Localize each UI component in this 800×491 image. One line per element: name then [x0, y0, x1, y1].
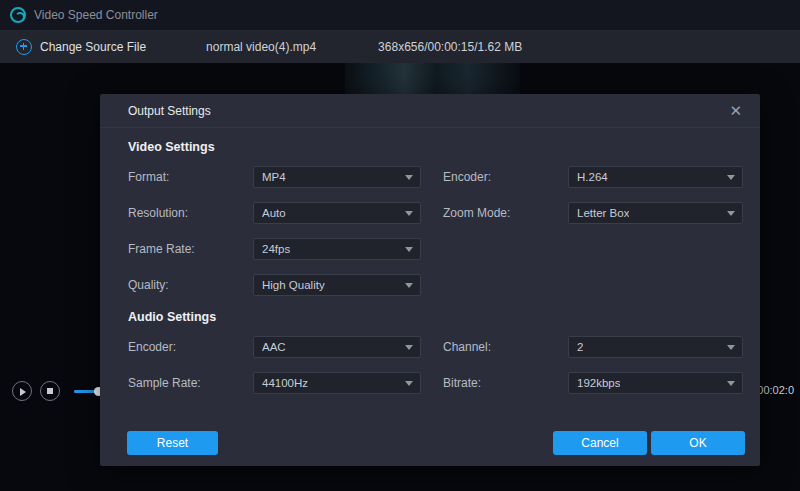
channel-select[interactable]: 2	[568, 336, 743, 358]
chevron-down-icon	[405, 283, 413, 288]
row-resolution-zoom: Resolution: Auto Zoom Mode: Letter Box	[128, 202, 745, 224]
dialog-footer: Reset Cancel OK	[100, 431, 760, 455]
chevron-down-icon	[727, 345, 735, 350]
dialog-header: Output Settings ✕	[100, 94, 760, 128]
add-source-icon[interactable]	[16, 39, 32, 55]
row-format-encoder: Format: MP4 Encoder: H.264	[128, 166, 745, 188]
quality-label: Quality:	[128, 278, 253, 292]
chevron-down-icon	[405, 175, 413, 180]
chevron-down-icon	[405, 211, 413, 216]
dialog-title: Output Settings	[128, 104, 211, 118]
video-settings-heading: Video Settings	[128, 140, 745, 156]
chevron-down-icon	[727, 175, 735, 180]
source-filename: normal video(4).mp4	[206, 40, 316, 54]
bitrate-label: Bitrate:	[443, 376, 568, 390]
quality-select[interactable]: High Quality	[253, 274, 421, 296]
bitrate-select[interactable]: 192kbps	[568, 372, 743, 394]
cancel-button[interactable]: Cancel	[553, 431, 647, 455]
channel-label: Channel:	[443, 340, 568, 354]
app-logo-icon	[10, 7, 26, 23]
frame-rate-label: Frame Rate:	[128, 242, 253, 256]
encoder-label: Encoder:	[443, 170, 568, 184]
dialog-body: Video Settings Format: MP4 Encoder: H.26…	[100, 128, 760, 394]
player-time: 00:02:0	[757, 384, 794, 396]
stop-button[interactable]	[40, 381, 60, 401]
close-icon[interactable]: ✕	[725, 101, 746, 120]
sample-rate-select[interactable]: 44100Hz	[253, 372, 421, 394]
chevron-down-icon	[727, 211, 735, 216]
change-source-button[interactable]: Change Source File	[40, 40, 146, 54]
titlebar: Video Speed Controller	[0, 0, 800, 30]
chevron-down-icon	[727, 381, 735, 386]
ok-button[interactable]: OK	[651, 431, 745, 455]
audio-settings-heading: Audio Settings	[128, 310, 745, 326]
play-button[interactable]	[12, 381, 32, 401]
resolution-label: Resolution:	[128, 206, 253, 220]
chevron-down-icon	[405, 345, 413, 350]
audio-encoder-select[interactable]: AAC	[253, 336, 421, 358]
encoder-select[interactable]: H.264	[568, 166, 743, 188]
toolbar: Change Source File normal video(4).mp4 3…	[0, 30, 800, 63]
row-quality: Quality: High Quality	[128, 274, 745, 296]
frame-rate-select[interactable]: 24fps	[253, 238, 421, 260]
row-sample-rate-bitrate: Sample Rate: 44100Hz Bitrate: 192kbps	[128, 372, 745, 394]
app-title: Video Speed Controller	[34, 8, 158, 22]
zoom-mode-select[interactable]: Letter Box	[568, 202, 743, 224]
audio-encoder-label: Encoder:	[128, 340, 253, 354]
sample-rate-label: Sample Rate:	[128, 376, 253, 390]
chevron-down-icon	[405, 247, 413, 252]
format-label: Format:	[128, 170, 253, 184]
row-audio-encoder-channel: Encoder: AAC Channel: 2	[128, 336, 745, 358]
source-fileinfo: 368x656/00:00:15/1.62 MB	[378, 40, 522, 54]
zoom-mode-label: Zoom Mode:	[443, 206, 568, 220]
resolution-select[interactable]: Auto	[253, 202, 421, 224]
output-settings-dialog: Output Settings ✕ Video Settings Format:…	[100, 94, 760, 466]
row-frame-rate: Frame Rate: 24fps	[128, 238, 745, 260]
format-select[interactable]: MP4	[253, 166, 421, 188]
reset-button[interactable]: Reset	[127, 431, 218, 455]
chevron-down-icon	[405, 381, 413, 386]
